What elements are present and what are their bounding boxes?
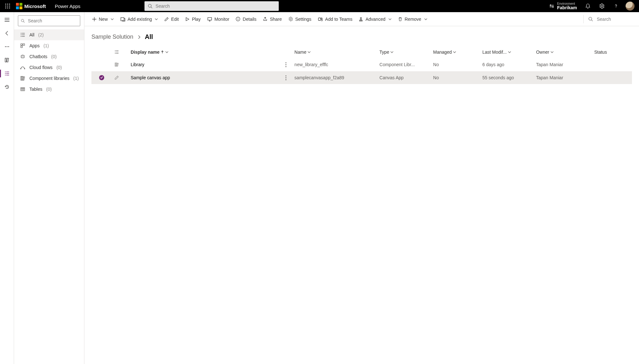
microsoft-logo-icon bbox=[16, 3, 22, 9]
gear-icon bbox=[599, 3, 605, 9]
svg-point-0 bbox=[5, 4, 6, 5]
notifications-button[interactable] bbox=[581, 0, 594, 12]
svg-point-9 bbox=[148, 4, 151, 7]
svg-point-5 bbox=[9, 6, 10, 7]
svg-point-12 bbox=[614, 4, 619, 9]
svg-point-2 bbox=[9, 4, 10, 5]
help-button[interactable] bbox=[610, 0, 622, 12]
environment-picker[interactable]: Environment Fabrikam bbox=[549, 2, 577, 10]
svg-point-3 bbox=[5, 6, 6, 7]
svg-point-13 bbox=[616, 7, 616, 8]
svg-point-7 bbox=[7, 8, 8, 9]
svg-point-4 bbox=[7, 6, 8, 7]
environment-icon bbox=[549, 3, 555, 9]
bell-icon bbox=[585, 3, 591, 9]
svg-point-11 bbox=[601, 5, 603, 7]
user-avatar[interactable] bbox=[626, 2, 635, 11]
environment-name: Fabrikam bbox=[557, 5, 577, 10]
settings-button[interactable] bbox=[596, 0, 608, 12]
svg-point-6 bbox=[5, 8, 6, 9]
app-title[interactable]: Power Apps bbox=[55, 4, 81, 9]
question-icon bbox=[613, 3, 619, 9]
brand-text: Microsoft bbox=[24, 4, 46, 9]
svg-line-10 bbox=[151, 7, 152, 8]
waffle-icon bbox=[5, 4, 10, 9]
app-launcher-button[interactable] bbox=[0, 0, 15, 12]
svg-point-1 bbox=[7, 4, 8, 5]
search-icon bbox=[148, 4, 152, 9]
brand-link[interactable]: Microsoft bbox=[16, 3, 46, 9]
svg-point-8 bbox=[9, 8, 10, 9]
global-search-input[interactable] bbox=[155, 3, 276, 9]
global-search[interactable] bbox=[144, 1, 279, 11]
